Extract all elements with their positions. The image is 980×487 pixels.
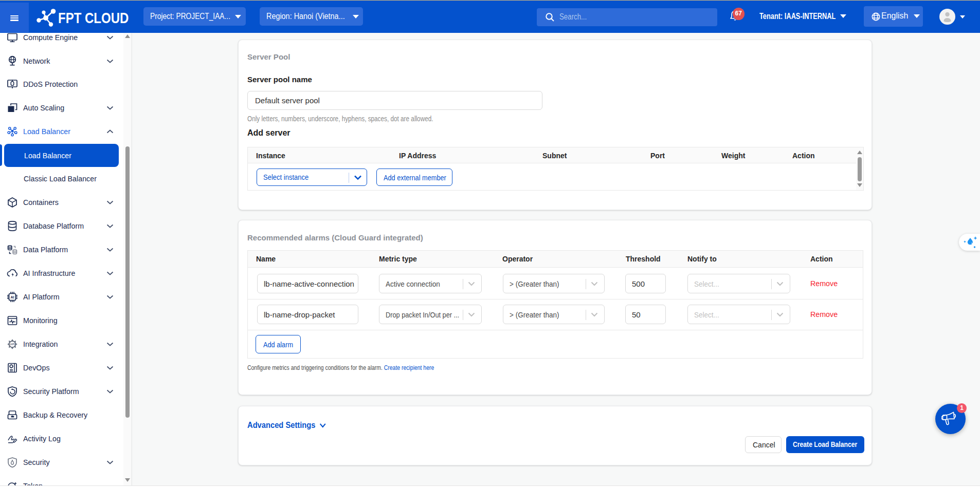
svg-text:AI: AI bbox=[11, 295, 14, 299]
svg-text:API: API bbox=[10, 343, 15, 346]
